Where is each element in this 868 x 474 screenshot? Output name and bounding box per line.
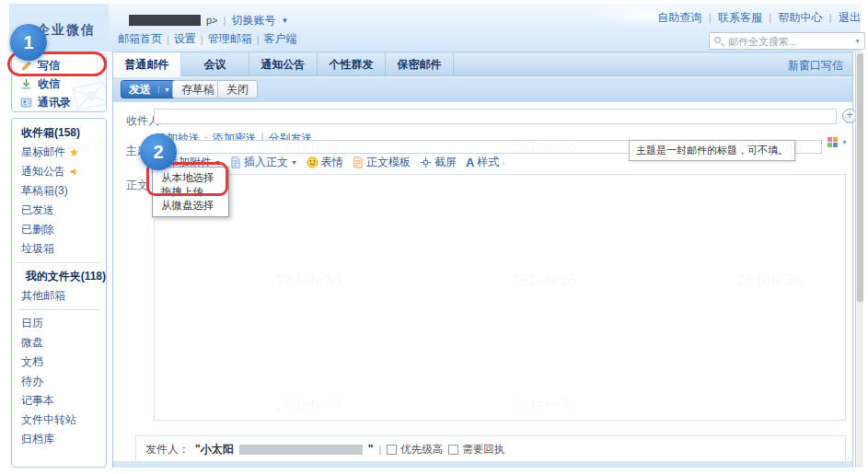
sidebar-divider: [17, 309, 100, 310]
logout-link[interactable]: 退出: [839, 11, 861, 24]
nav-client[interactable]: 客户端: [264, 31, 297, 47]
folder-label: 已删除: [21, 222, 54, 237]
tool-archive[interactable]: 归档库: [12, 430, 106, 449]
header-utility-links: 自助查询 | 联系客服 | 帮助中心 | 退出: [552, 10, 861, 26]
receipt-checkbox[interactable]: [448, 445, 458, 455]
scrollbar-thumb[interactable]: [857, 53, 863, 302]
screenshot-button[interactable]: 截屏: [420, 155, 457, 170]
nav-mailbox-home[interactable]: 邮箱首页: [118, 31, 162, 47]
sender-quote: ": [368, 443, 374, 456]
nav-manage-mailbox[interactable]: 管理邮箱: [208, 31, 252, 47]
recipient-input[interactable]: [154, 109, 837, 124]
tool-label: 记事本: [21, 393, 54, 409]
close-button[interactable]: 关闭: [217, 80, 258, 98]
folder-label: 星标邮件: [21, 145, 65, 160]
divider-pipe: |: [224, 15, 226, 26]
sidebar-folders-panel: 收件箱(158) 星标邮件 通知公告 草稿箱(3) 已发送 已删除 垃圾箱 我的…: [11, 118, 107, 468]
switch-account-link[interactable]: 切换账号: [231, 13, 275, 29]
tool-file-transfer[interactable]: 文件中转站: [12, 410, 106, 430]
emoji-label: 表情: [321, 155, 343, 170]
tool-docs[interactable]: 文档: [12, 353, 106, 372]
priority-checkbox[interactable]: [387, 445, 397, 455]
send-button[interactable]: 发送 ▼: [121, 80, 176, 98]
sidebar-item-receive[interactable]: 收信: [12, 75, 106, 93]
tool-label: 归档库: [21, 432, 54, 447]
compose-actionbar: 发送 ▼ 存草稿 关闭: [113, 77, 852, 102]
style-label: 样式: [477, 155, 499, 170]
mail-body-editor[interactable]: [154, 174, 846, 421]
divider-pipe: |: [709, 12, 712, 23]
menu-item-select-wedrive[interactable]: 从微盘选择: [153, 199, 228, 213]
screenshot-crosshair-icon: [420, 156, 432, 168]
search-input[interactable]: [728, 34, 848, 48]
tab-normal-mail[interactable]: 普通邮件: [113, 52, 181, 76]
send-label: 发送: [122, 82, 158, 98]
sidebar-divider: [17, 262, 100, 263]
new-window-compose-link[interactable]: 新窗口写信: [788, 58, 843, 74]
folder-starred[interactable]: 星标邮件: [12, 143, 106, 162]
receive-mail-icon: [20, 78, 32, 90]
document-icon: [230, 156, 241, 168]
body-template-button[interactable]: 正文模板: [353, 155, 411, 170]
folder-spam[interactable]: 垃圾箱: [12, 239, 106, 259]
tool-label: 待办: [21, 374, 43, 389]
tab-confidential[interactable]: 保密邮件: [386, 52, 454, 76]
tool-label: 日历: [21, 316, 43, 331]
chevron-down-icon[interactable]: ▼: [281, 17, 288, 25]
tab-personalized-mass[interactable]: 个性群发: [318, 52, 386, 76]
folder-label: 已发送: [21, 202, 54, 218]
folder-label: 草稿箱(3): [21, 183, 68, 199]
panel-bottom-strip: [113, 461, 852, 468]
tool-label: 文件中转站: [21, 412, 76, 428]
color-tag-arrow-icon[interactable]: ▼: [841, 139, 848, 145]
folder-deleted[interactable]: 已删除: [12, 220, 106, 239]
body-template-label: 正文模板: [366, 155, 411, 170]
tool-label: 微盘: [21, 335, 43, 351]
divider-pipe: |: [201, 34, 203, 45]
receipt-label: 需要回执: [462, 443, 504, 457]
style-button[interactable]: A 样式 ↓: [466, 155, 505, 170]
folder-sent[interactable]: 已发送: [12, 201, 106, 220]
sender-label: 发件人：: [145, 442, 190, 457]
folder-label: 其他邮箱: [21, 288, 65, 304]
vertical-scrollbar[interactable]: [855, 52, 863, 468]
folder-other-mailbox[interactable]: 其他邮箱: [12, 286, 106, 306]
expander-icon[interactable]: [21, 272, 22, 281]
subject-tooltip: 主题是一封邮件的标题，可不填。: [629, 140, 795, 161]
contact-support-link[interactable]: 联系客服: [718, 11, 762, 24]
sender-redaction-bar: [239, 445, 363, 455]
folder-label: 收件箱(158): [21, 125, 80, 141]
divider-pipe: |: [167, 34, 169, 45]
insert-body-button[interactable]: 插入正文 ▼: [230, 155, 297, 170]
tool-notes[interactable]: 记事本: [12, 391, 106, 410]
style-a-icon: A: [466, 156, 474, 169]
save-draft-button[interactable]: 存草稿: [172, 80, 224, 98]
sidebar-item-contacts[interactable]: 通讯录: [12, 93, 106, 111]
folder-my-folders[interactable]: 我的文件夹(118): [12, 267, 106, 286]
tab-notice[interactable]: 通知公告: [249, 52, 318, 76]
app-window: 企业微信 p> | 切换账号 ▼ 邮箱首页 | 设置 | 管理邮箱 | 客户端 …: [0, 0, 868, 474]
folder-label: 通知公告: [21, 164, 65, 179]
self-service-link[interactable]: 自助查询: [657, 11, 701, 24]
help-center-link[interactable]: 帮助中心: [778, 11, 822, 24]
search-options-arrow-icon[interactable]: ▼: [854, 38, 861, 44]
tool-todo[interactable]: 待办: [12, 372, 106, 391]
account-row: p> | 切换账号 ▼: [129, 14, 288, 27]
emoji-button[interactable]: 表情: [307, 155, 343, 170]
priority-option: 优先级高: [387, 443, 443, 457]
folder-announcements[interactable]: 通知公告: [12, 162, 106, 181]
tool-wedrive[interactable]: 微盘: [12, 333, 106, 353]
arrow-down-icon: ↓: [502, 159, 505, 166]
tool-calendar[interactable]: 日历: [12, 314, 106, 333]
body-label: 正文: [126, 178, 148, 193]
divider-pipe: |: [829, 12, 832, 23]
tab-meeting[interactable]: 会议: [181, 52, 249, 76]
mail-search-box: ▼: [709, 32, 865, 50]
color-tag-icon[interactable]: [827, 137, 838, 147]
sidebar-item-label: 通讯录: [38, 95, 71, 110]
annotation-step-2-badge: 2: [140, 133, 177, 170]
folder-inbox[interactable]: 收件箱(158): [12, 123, 106, 143]
nav-settings[interactable]: 设置: [174, 31, 196, 47]
divider-pipe: |: [769, 12, 771, 23]
folder-drafts[interactable]: 草稿箱(3): [12, 181, 106, 201]
